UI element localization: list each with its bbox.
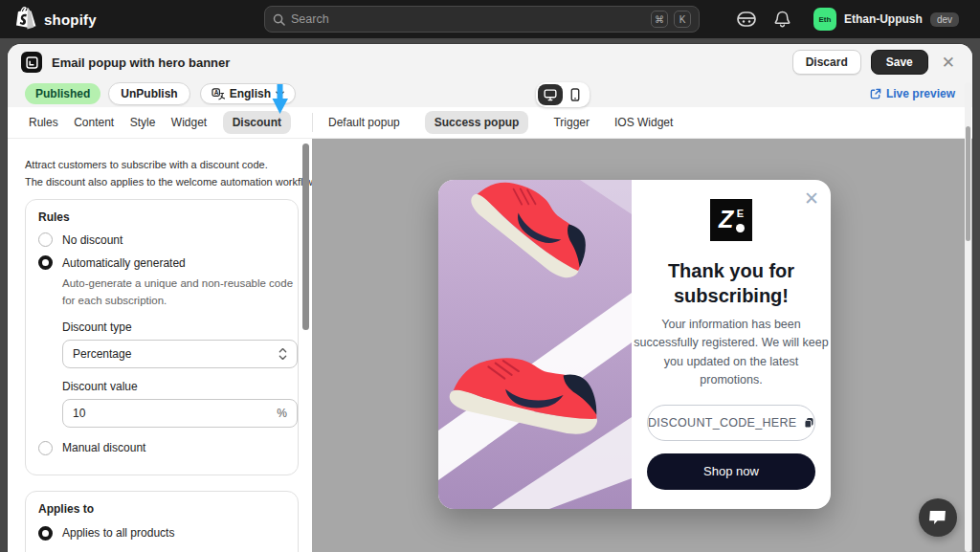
- brand-logo: Z E: [710, 199, 752, 241]
- status-toolbar: Published UnPublish A English: [8, 80, 972, 107]
- discount-code-text: DISCOUNT_CODE_HERE: [648, 416, 796, 430]
- tab-ios-widget[interactable]: IOS Widget: [614, 116, 673, 129]
- app-icon: [21, 52, 42, 73]
- shortcut-k-key: K: [674, 11, 691, 28]
- svg-text:A: A: [214, 89, 219, 96]
- percent-unit: %: [277, 407, 287, 420]
- close-icon[interactable]: ✕: [938, 55, 959, 71]
- rules-card-title: Rules: [38, 210, 285, 224]
- radio-on-icon: [38, 526, 53, 541]
- auto-generate-help: Auto-generate a unique and non-reusable …: [62, 276, 303, 309]
- hero-banner-image: [438, 180, 632, 509]
- live-preview-label: Live preview: [886, 87, 955, 100]
- search-icon: [273, 13, 285, 26]
- notifications-bell-icon[interactable]: [774, 11, 791, 28]
- radio-manual-discount[interactable]: Manual discount: [38, 441, 285, 455]
- unpublish-button[interactable]: UnPublish: [108, 82, 189, 105]
- tabs-row: Rules Content Style Widget Discount Defa…: [8, 107, 972, 139]
- modal-scrollbar-thumb[interactable]: [966, 126, 970, 241]
- applies-card-title: Applies to: [38, 502, 285, 516]
- attention-arrow-icon: [272, 84, 288, 114]
- discount-value-field[interactable]: %: [62, 399, 298, 428]
- tab-discount[interactable]: Discount: [223, 111, 291, 134]
- tab-default-popup[interactable]: Default popup: [328, 116, 400, 129]
- mobile-view-button[interactable]: [563, 84, 588, 105]
- intro-line-2: The discount also applies to the welcome…: [25, 173, 299, 190]
- tab-widget[interactable]: Widget: [171, 116, 207, 129]
- discount-value-input[interactable]: [73, 407, 277, 420]
- language-label: English: [230, 87, 271, 100]
- radio-off-icon: [38, 232, 53, 247]
- user-menu[interactable]: Eth Ethan-Uppush dev: [808, 5, 965, 33]
- applies-to-card: Applies to Applies to all products Only …: [25, 491, 299, 552]
- intro-line-1: Attract customers to subscribe with a di…: [25, 156, 299, 173]
- desktop-view-button[interactable]: [538, 84, 563, 105]
- shortcut-cmd-key: ⌘: [651, 11, 668, 28]
- discount-type-select[interactable]: Percentage: [62, 340, 298, 368]
- logo-dot: [736, 224, 745, 232]
- tab-trigger[interactable]: Trigger: [553, 116, 590, 129]
- preview-canvas: ✕ Z E Thank you for subscribing! Your in…: [312, 139, 972, 552]
- tab-content[interactable]: Content: [74, 116, 114, 129]
- user-name: Ethan-Uppush: [844, 12, 923, 26]
- published-badge: Published: [25, 83, 100, 104]
- success-popup-preview: ✕ Z E Thank you for subscribing! Your in…: [438, 180, 831, 509]
- shopify-wordmark: shopify: [44, 11, 97, 28]
- mobile-icon: [570, 88, 580, 101]
- rules-card: Rules No discount Automatically generate…: [25, 199, 299, 475]
- shopify-brand: shopify: [15, 7, 264, 32]
- shop-now-button[interactable]: Shop now: [647, 453, 815, 490]
- translate-icon: A: [212, 88, 225, 100]
- discount-type-value: Percentage: [73, 347, 131, 361]
- dev-badge: dev: [930, 12, 959, 27]
- search-input[interactable]: [291, 12, 645, 26]
- tab-success-popup[interactable]: Success popup: [425, 111, 529, 134]
- global-search[interactable]: ⌘ K: [264, 6, 700, 33]
- tab-rules[interactable]: Rules: [29, 116, 58, 129]
- discount-value-label: Discount value: [62, 380, 285, 393]
- discount-code-pill[interactable]: DISCOUNT_CODE_HERE: [647, 405, 815, 441]
- discard-button[interactable]: Discard: [792, 50, 861, 75]
- modal-scrollbar[interactable]: [965, 82, 971, 552]
- live-preview-link[interactable]: Live preview: [870, 87, 955, 100]
- radio-automatically-generated[interactable]: Automatically generated: [38, 255, 285, 270]
- discount-settings-panel: Attract customers to subscribe with a di…: [8, 139, 312, 552]
- popup-body-text: Your information has been successfully r…: [634, 316, 829, 390]
- device-toggle: [536, 82, 590, 107]
- app-modal: Email popup with hero banner Discard Sav…: [8, 44, 972, 552]
- external-link-icon: [870, 88, 881, 99]
- radio-all-products[interactable]: Applies to all products: [38, 526, 285, 541]
- page-title: Email popup with hero banner: [52, 55, 230, 70]
- select-updown-icon: [278, 347, 287, 361]
- popup-heading: Thank you for subscribing!: [640, 258, 822, 308]
- radio-no-discount[interactable]: No discount: [38, 232, 285, 247]
- discount-type-label: Discount type: [62, 320, 285, 334]
- save-button[interactable]: Save: [871, 50, 928, 75]
- panel-scrollbar[interactable]: [302, 144, 309, 330]
- sidekick-icon[interactable]: [736, 11, 757, 28]
- radio-off-icon: [38, 441, 53, 455]
- popup-close-icon[interactable]: ✕: [804, 188, 819, 210]
- global-topbar: shopify ⌘ K Eth Ethan-Uppush dev: [0, 0, 980, 38]
- desktop-icon: [544, 89, 557, 101]
- support-chat-button[interactable]: [919, 498, 957, 537]
- radio-on-icon: [38, 255, 53, 270]
- copy-icon: [804, 415, 814, 431]
- tab-style[interactable]: Style: [130, 116, 156, 129]
- chat-icon: [928, 509, 947, 526]
- avatar: Eth: [813, 8, 836, 31]
- app-header: Email popup with hero banner Discard Sav…: [8, 44, 972, 80]
- shopify-bag-icon: [15, 7, 38, 32]
